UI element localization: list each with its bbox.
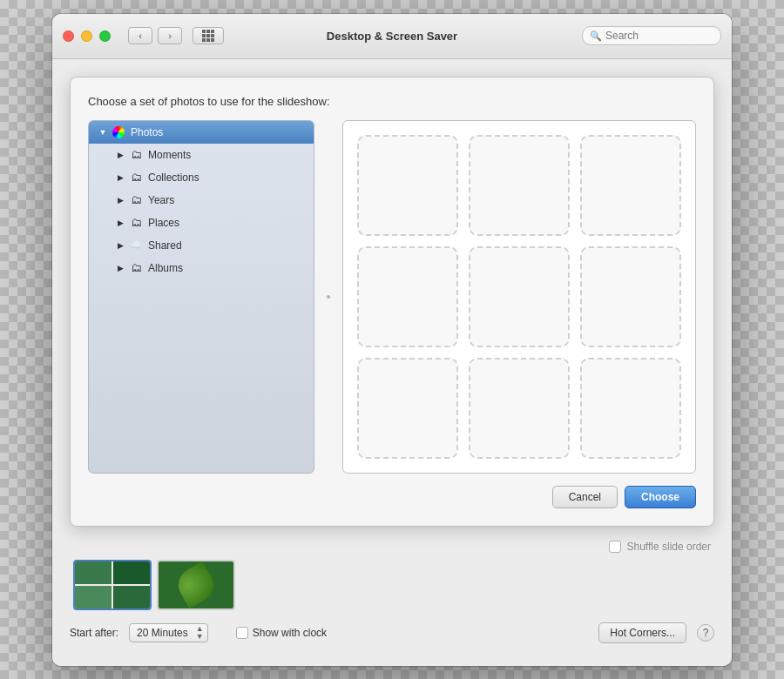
- photos-icon: [112, 125, 125, 139]
- leaf-shape: [172, 561, 220, 608]
- bottom-controls: Start after: 20 Minutes ▲ ▼ Show with cl…: [70, 617, 714, 649]
- shuffle-row: Shuffle slide order: [609, 541, 711, 553]
- dialog-title: Choose a set of photos to use for the sl…: [88, 95, 696, 108]
- maximize-button[interactable]: [99, 30, 111, 42]
- search-input[interactable]: [605, 30, 710, 42]
- forward-button[interactable]: ›: [158, 27, 182, 44]
- source-item-albums[interactable]: ▶ 🗂 Albums: [106, 257, 314, 279]
- back-button[interactable]: ‹: [128, 27, 152, 44]
- photo-cell-1: [357, 135, 458, 236]
- thumbnail-2-content: [159, 561, 233, 608]
- cancel-button[interactable]: Cancel: [552, 486, 618, 508]
- folder-icon-moments: 🗂: [129, 148, 143, 162]
- source-item-photos[interactable]: ▼ Photos: [89, 121, 314, 144]
- nav-buttons: ‹ ›: [128, 27, 224, 44]
- start-after-label: Start after:: [70, 627, 118, 639]
- photo-grid: [342, 120, 696, 474]
- thumb-cell-1b: [113, 561, 150, 584]
- divider-dot: [327, 295, 330, 299]
- minimize-button[interactable]: [81, 30, 92, 42]
- help-button[interactable]: ?: [697, 624, 714, 642]
- photo-cell-8: [469, 358, 570, 459]
- traffic-lights: [63, 30, 111, 42]
- duration-select[interactable]: 20 Minutes ▲ ▼: [129, 623, 208, 642]
- grid-icon: [202, 30, 214, 42]
- dialog-body: ▼ Photos ▶ 🗂 Moments ▶: [88, 120, 696, 474]
- folder-icon-years: 🗂: [129, 193, 143, 207]
- source-item-years[interactable]: ▶ 🗂 Years: [106, 189, 314, 212]
- shuffle-label: Shuffle slide order: [626, 541, 711, 553]
- dialog-buttons: Cancel Choose: [88, 486, 696, 508]
- duration-value: 20 Minutes: [137, 627, 188, 639]
- source-label-moments: Moments: [148, 149, 191, 161]
- thumbnail-1[interactable]: [73, 560, 152, 610]
- photo-cell-4: [357, 246, 458, 347]
- source-item-places[interactable]: ▶ 🗂 Places: [106, 212, 314, 234]
- photo-cell-2: [469, 135, 570, 236]
- source-label-places: Places: [148, 217, 179, 229]
- source-label-albums: Albums: [148, 262, 183, 274]
- hot-corners-button[interactable]: Hot Corners...: [598, 622, 686, 643]
- thumb-cell-1d: [113, 586, 150, 608]
- select-arrows: ▲ ▼: [196, 625, 204, 641]
- folder-icon-albums: 🗂: [129, 261, 143, 275]
- show-with-clock-label: Show with clock: [253, 627, 327, 639]
- search-box[interactable]: 🔍: [582, 26, 721, 45]
- disclosure-shared: ▶: [115, 240, 125, 251]
- source-label-years: Years: [148, 194, 174, 206]
- show-with-clock-checkbox[interactable]: [236, 627, 248, 639]
- disclosure-photos: ▼: [98, 127, 108, 138]
- show-with-clock-area: Show with clock: [236, 627, 327, 639]
- photo-cell-3: [580, 135, 681, 236]
- folder-icon-places: 🗂: [129, 216, 143, 230]
- search-icon: 🔍: [590, 30, 602, 42]
- close-button[interactable]: [63, 30, 74, 42]
- disclosure-collections: ▶: [115, 172, 125, 183]
- source-label-shared: Shared: [148, 239, 182, 252]
- main-content: Choose a set of photos to use for the sl…: [52, 59, 732, 666]
- disclosure-places: ▶: [115, 218, 125, 228]
- source-label-photos: Photos: [131, 126, 163, 138]
- cloud-icon-shared: ☁️: [129, 239, 143, 252]
- folder-icon-collections: 🗂: [129, 171, 143, 185]
- photo-cell-6: [580, 246, 681, 347]
- source-label-collections: Collections: [148, 171, 199, 184]
- shuffle-checkbox[interactable]: [609, 541, 621, 553]
- photo-cell-7: [357, 358, 458, 459]
- disclosure-years: ▶: [115, 195, 125, 205]
- source-item-collections[interactable]: ▶ 🗂 Collections: [106, 166, 314, 189]
- thumb-cell-1c: [75, 586, 112, 608]
- titlebar: ‹ › Desktop & Screen Saver 🔍: [52, 14, 732, 59]
- source-list[interactable]: ▼ Photos ▶ 🗂 Moments ▶: [88, 120, 314, 474]
- source-item-moments[interactable]: ▶ 🗂 Moments: [106, 144, 314, 166]
- thumbnails-row: [70, 560, 714, 617]
- grid-button[interactable]: [193, 27, 224, 44]
- thumbnail-2[interactable]: [157, 560, 235, 610]
- choose-button[interactable]: Choose: [625, 486, 696, 508]
- disclosure-moments: ▶: [115, 150, 125, 160]
- window-title: Desktop & Screen Saver: [327, 30, 457, 43]
- divider-handle[interactable]: [325, 120, 332, 474]
- photo-cell-5: [469, 246, 570, 347]
- photo-cell-9: [580, 358, 681, 459]
- shuffle-area: Shuffle slide order: [70, 541, 714, 553]
- disclosure-albums: ▶: [115, 263, 125, 273]
- thumb-cell-1a: [75, 561, 112, 584]
- main-window: ‹ › Desktop & Screen Saver 🔍 Choose a se…: [52, 14, 732, 666]
- thumb-grid-1: [75, 561, 150, 608]
- source-item-shared[interactable]: ▶ ☁️ Shared: [106, 234, 314, 257]
- dialog-sheet: Choose a set of photos to use for the sl…: [70, 77, 714, 527]
